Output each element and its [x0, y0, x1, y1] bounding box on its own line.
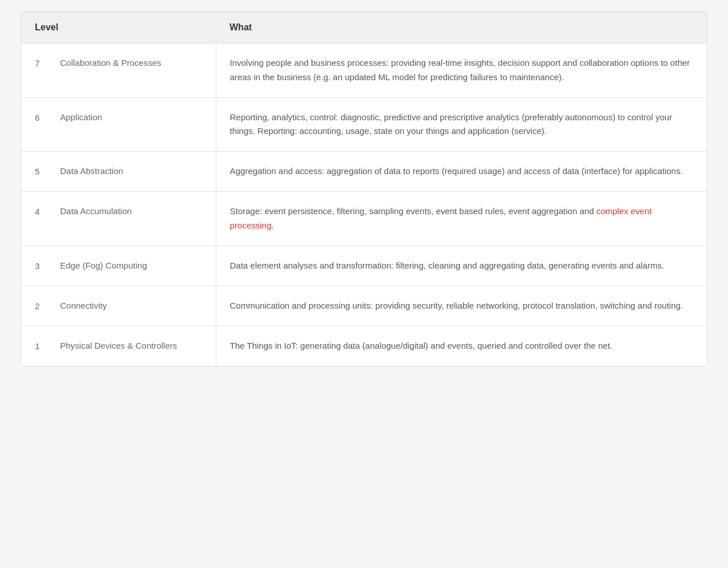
level-number: 2 [35, 299, 44, 313]
level-name: Physical Devices & Controllers [60, 339, 177, 353]
iot-levels-table: Level What 7Collaboration & ProcessesInv… [21, 12, 707, 366]
what-cell: Data element analyses and transformation… [216, 246, 707, 286]
level-column-header: Level [21, 12, 216, 44]
level-cell: 6Application [21, 97, 216, 152]
level-number: 4 [35, 204, 44, 219]
what-cell: Aggregation and access: aggregation of d… [216, 152, 707, 192]
level-cell: 2Connectivity [21, 286, 216, 326]
highlighted-text: complex event processing. [230, 206, 652, 230]
level-name: Collaboration & Processes [60, 56, 161, 70]
what-cell: Reporting, analytics, control: diagnosti… [216, 97, 707, 152]
table-row: 4Data AccumulationStorage: event persist… [21, 192, 707, 246]
table-row: 5Data AbstractionAggregation and access:… [21, 152, 707, 192]
main-table-wrapper: Level What 7Collaboration & ProcessesInv… [21, 11, 707, 366]
level-cell: 7Collaboration & Processes [21, 44, 216, 98]
what-cell: The Things in IoT: generating data (anal… [216, 326, 707, 366]
level-cell: 3Edge (Fog) Computing [21, 246, 216, 286]
level-name: Application [60, 111, 102, 124]
what-cell: Communication and processing units: prov… [216, 286, 707, 326]
level-cell: 5Data Abstraction [21, 152, 216, 192]
table-row: 3Edge (Fog) ComputingData element analys… [21, 246, 707, 286]
what-cell: Involving people and business processes:… [216, 44, 707, 98]
what-cell: Storage: event persistence, filtering, s… [216, 192, 707, 246]
table-header-row: Level What [21, 12, 707, 44]
level-number: 6 [35, 111, 44, 125]
table-row: 2ConnectivityCommunication and processin… [21, 286, 707, 326]
level-cell: 1Physical Devices & Controllers [21, 326, 216, 366]
level-cell: 4Data Accumulation [21, 192, 216, 246]
level-name: Data Abstraction [60, 164, 123, 178]
level-number: 3 [35, 259, 44, 273]
level-number: 5 [35, 164, 44, 179]
table-row: 1Physical Devices & ControllersThe Thing… [21, 326, 707, 366]
what-column-header: What [216, 12, 707, 44]
table-row: 6ApplicationReporting, analytics, contro… [21, 97, 707, 152]
level-name: Edge (Fog) Computing [60, 259, 147, 273]
table-row: 7Collaboration & ProcessesInvolving peop… [21, 44, 707, 98]
level-number: 7 [35, 56, 44, 70]
level-number: 1 [35, 339, 44, 353]
level-name: Connectivity [60, 299, 107, 313]
level-name: Data Accumulation [60, 204, 132, 218]
